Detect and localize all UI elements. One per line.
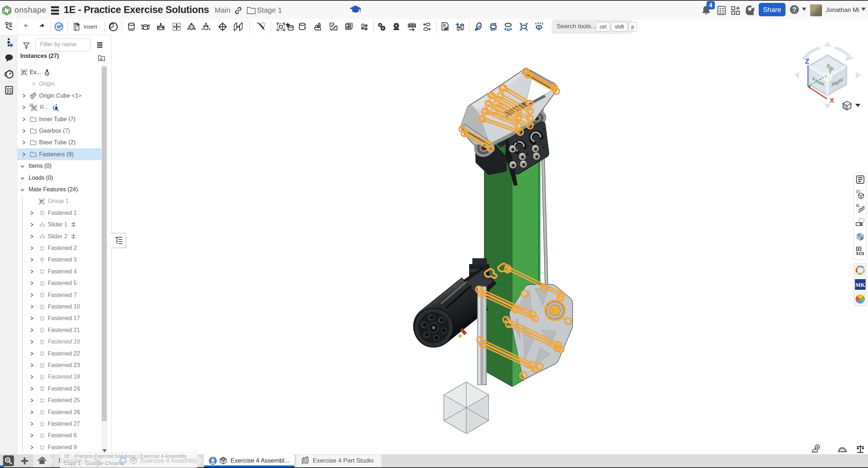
svg-text:Z: Z [805, 58, 809, 65]
svg-text:4: 4 [709, 2, 712, 8]
svg-text:X: X [830, 97, 834, 104]
svg-text:Y: Y [828, 69, 832, 76]
